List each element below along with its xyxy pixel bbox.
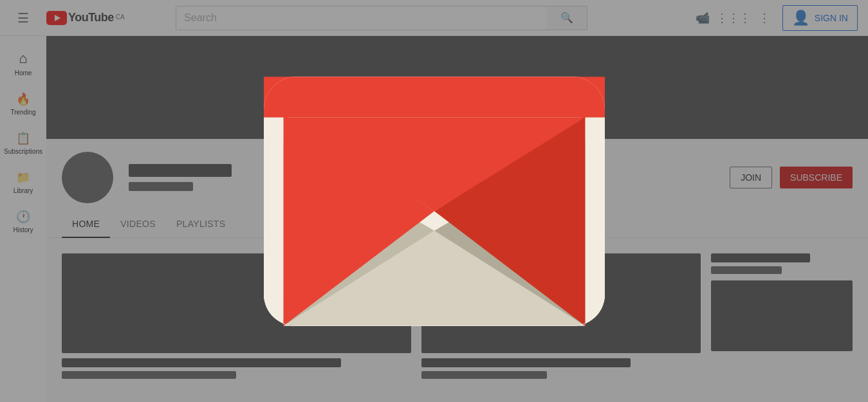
gmail-overlay — [0, 0, 868, 402]
gmail-icon-final — [264, 76, 605, 327]
svg-rect-26 — [264, 77, 605, 117]
gmail-icon — [264, 76, 605, 327]
